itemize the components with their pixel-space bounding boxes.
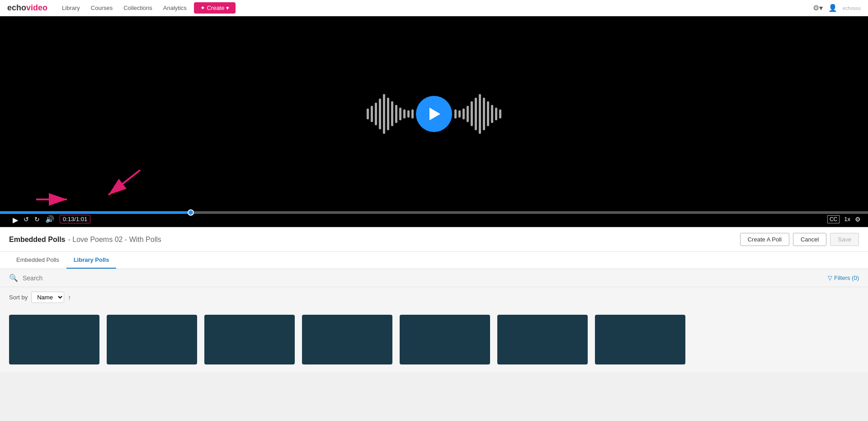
wave-bar — [395, 105, 397, 123]
sort-direction-icon[interactable]: ↑ — [68, 294, 71, 301]
controls-right: CC 1x ⚙ — [827, 215, 861, 223]
wave-bar — [471, 101, 473, 126]
speed-button[interactable]: 1x — [844, 216, 850, 222]
settings-video-button[interactable]: ⚙ — [855, 216, 861, 223]
poll-card[interactable] — [400, 315, 490, 364]
wave-bar — [379, 99, 381, 129]
create-poll-button[interactable]: Create A Poll — [740, 233, 789, 246]
search-bar: 🔍 ▽ Filters (0) — [0, 269, 868, 287]
poll-card[interactable] — [497, 315, 588, 364]
wave-bar — [495, 108, 497, 120]
wave-bar — [462, 109, 465, 119]
brand-label: echosss — [843, 5, 861, 11]
wave-bar — [383, 94, 385, 134]
sort-by-label: Sort by — [9, 294, 28, 301]
nav-library[interactable]: Library — [62, 5, 80, 11]
video-player: ▶ ↺ ↻ 🔊 0:13/1:01 CC 1x ⚙ — [0, 16, 868, 227]
logo-echo: echo — [7, 3, 26, 13]
wave-bar — [375, 103, 377, 125]
nav-right: ⚙▾ 👤 echosss — [813, 4, 861, 12]
wave-bar — [399, 108, 401, 120]
video-main-area[interactable] — [0, 16, 868, 211]
wave-bar — [454, 109, 457, 118]
wave-bar — [391, 101, 393, 126]
rewind-button[interactable]: ↺ — [24, 216, 29, 223]
nav-links: Library Courses Collections Analytics — [62, 5, 187, 11]
wave-bar — [407, 110, 410, 118]
video-controls: ▶ ↺ ↻ 🔊 0:13/1:01 CC 1x ⚙ — [0, 211, 868, 227]
filter-icon: ▽ — [828, 274, 832, 281]
progress-bar[interactable] — [0, 211, 868, 214]
search-icon: 🔍 — [9, 274, 18, 282]
wave-bar — [483, 98, 485, 130]
wave-bars-left — [367, 94, 414, 134]
panel-subtitle: - Love Poems 02 - With Polls — [68, 236, 161, 244]
wave-bars-right — [454, 94, 501, 134]
play-pause-button[interactable]: ▶ — [13, 216, 18, 224]
wave-bar — [475, 98, 477, 130]
panel-actions: Create A Poll Cancel Save — [740, 233, 859, 246]
panel-title: Embedded Polls — [9, 236, 65, 244]
play-icon — [429, 108, 440, 120]
play-button-circle[interactable] — [416, 96, 452, 132]
cancel-button[interactable]: Cancel — [793, 233, 826, 246]
nav-courses[interactable]: Courses — [91, 5, 113, 11]
captions-button[interactable]: CC — [827, 215, 840, 223]
wave-bar — [411, 109, 414, 118]
nav-analytics[interactable]: Analytics — [163, 5, 187, 11]
tab-library-polls[interactable]: Library Polls — [66, 252, 117, 269]
wave-bar — [458, 110, 461, 118]
search-input[interactable] — [23, 274, 823, 282]
poll-card[interactable] — [107, 315, 197, 364]
nav-collections[interactable]: Collections — [123, 5, 152, 11]
wave-bar — [403, 109, 406, 118]
sort-select[interactable]: Name — [31, 292, 64, 303]
card-grid — [0, 307, 868, 372]
tab-embedded-polls[interactable]: Embedded Polls — [9, 252, 66, 269]
audio-waveform — [367, 94, 501, 134]
settings-icon[interactable]: ⚙▾ — [813, 4, 823, 12]
poll-card[interactable] — [595, 315, 685, 364]
save-button: Save — [830, 233, 859, 246]
wave-bar — [371, 106, 373, 122]
panel-header: Embedded Polls - Love Poems 02 - With Po… — [0, 227, 868, 252]
wave-bar — [491, 105, 493, 123]
poll-card[interactable] — [9, 315, 99, 364]
volume-button[interactable]: 🔊 — [45, 215, 54, 223]
create-button[interactable]: ✦ Create ▾ — [194, 2, 236, 14]
progress-thumb — [188, 209, 194, 216]
forward-button[interactable]: ↻ — [34, 216, 40, 223]
tabs-bar: Embedded Polls Library Polls — [0, 252, 868, 269]
wave-bar — [479, 94, 481, 134]
bottom-panel: Embedded Polls - Love Poems 02 - With Po… — [0, 227, 868, 372]
wave-bar — [367, 109, 369, 119]
wave-bar — [499, 109, 501, 118]
svg-line-3 — [108, 170, 140, 195]
top-navigation: echovideo Library Courses Collections An… — [0, 0, 868, 16]
logo-video: video — [26, 3, 47, 13]
logo[interactable]: echovideo — [7, 3, 47, 13]
user-icon[interactable]: 👤 — [828, 4, 837, 12]
sort-row: Sort by Name ↑ — [0, 287, 868, 307]
wave-bar — [487, 101, 489, 126]
progress-filled — [0, 211, 191, 214]
poll-card[interactable] — [302, 315, 392, 364]
time-display: 0:13/1:01 — [60, 215, 90, 223]
wave-bar — [387, 98, 389, 130]
poll-card[interactable] — [204, 315, 295, 364]
filter-button[interactable]: ▽ Filters (0) — [828, 274, 859, 281]
wave-bar — [467, 106, 469, 122]
filter-label: Filters (0) — [834, 274, 859, 281]
